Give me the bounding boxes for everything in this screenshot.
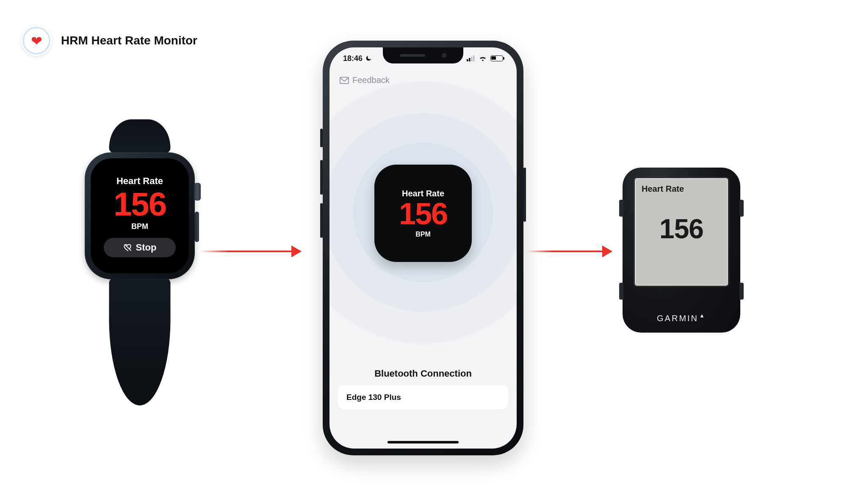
mail-icon xyxy=(340,77,349,84)
moon-icon xyxy=(365,55,372,62)
hr-value: 156 xyxy=(399,198,447,229)
watch-band xyxy=(109,119,171,153)
watch-case: Heart Rate 156 BPM Stop xyxy=(85,152,195,279)
home-indicator xyxy=(388,441,459,443)
bluetooth-device-name: Edge 130 Plus xyxy=(346,393,401,402)
flow-arrow-icon xyxy=(527,251,612,252)
phone-volume-up xyxy=(320,160,323,195)
garmin-delta-icon: ▲ xyxy=(699,312,706,319)
garmin-button xyxy=(739,283,744,300)
phone-mute-switch xyxy=(320,129,323,147)
feedback-label: Feedback xyxy=(352,75,390,85)
battery-icon xyxy=(490,55,503,61)
header: ❤ HRM Heart Rate Monitor xyxy=(21,25,197,56)
bluetooth-device-row[interactable]: Edge 130 Plus xyxy=(338,385,508,410)
app-icon: ❤ xyxy=(21,25,52,56)
phone-volume-down xyxy=(320,203,323,238)
status-time: 18:46 xyxy=(343,54,363,63)
feedback-button[interactable]: Feedback xyxy=(340,75,390,85)
heart-off-icon xyxy=(123,243,133,252)
garmin-hr-label: Heart Rate xyxy=(642,184,721,194)
svg-rect-0 xyxy=(467,59,468,61)
svg-rect-2 xyxy=(471,57,473,61)
phone-power-button xyxy=(523,168,526,222)
bluetooth-section-title: Bluetooth Connection xyxy=(329,368,517,379)
bpm-label: BPM xyxy=(415,231,431,238)
garmin-button xyxy=(619,283,623,300)
stop-button-label: Stop xyxy=(136,242,157,253)
cellular-icon xyxy=(467,55,475,61)
garmin-device: Heart Rate 156 GARMIN▲ xyxy=(623,168,740,333)
watch-hr-value: 156 xyxy=(113,187,166,220)
wifi-icon xyxy=(479,55,487,61)
garmin-hr-value: 156 xyxy=(642,213,721,245)
heart-icon: ❤ xyxy=(31,34,42,48)
stop-button[interactable]: Stop xyxy=(104,238,176,257)
watch-screen: Heart Rate 156 BPM Stop xyxy=(91,158,189,273)
watch-hr-label: Heart Rate xyxy=(116,176,163,187)
watch-band xyxy=(109,278,171,405)
garmin-button xyxy=(739,200,744,217)
phone-notch xyxy=(383,47,463,63)
watch-bpm-label: BPM xyxy=(131,222,148,231)
svg-rect-4 xyxy=(340,77,349,83)
garmin-button xyxy=(619,200,623,217)
garmin-brand-label: GARMIN▲ xyxy=(623,314,740,323)
speaker-icon xyxy=(400,54,425,57)
apple-watch-device: Heart Rate 156 BPM Stop xyxy=(85,152,195,279)
garmin-screen: Heart Rate 156 xyxy=(634,177,729,287)
camera-icon xyxy=(442,53,446,58)
svg-rect-1 xyxy=(469,58,471,61)
watch-side-button xyxy=(195,212,199,242)
iphone-device: 18:46 Feedback Heart Rate 156 BPM Blueto… xyxy=(323,41,523,455)
watch-crown xyxy=(194,183,201,201)
heart-rate-tile: Heart Rate 156 BPM xyxy=(374,165,472,262)
flow-arrow-icon xyxy=(199,251,301,252)
garmin-brand-text: GARMIN xyxy=(657,314,698,323)
svg-rect-3 xyxy=(473,55,475,61)
app-title: HRM Heart Rate Monitor xyxy=(61,34,197,47)
phone-screen: 18:46 Feedback Heart Rate 156 BPM Blueto… xyxy=(329,47,517,449)
